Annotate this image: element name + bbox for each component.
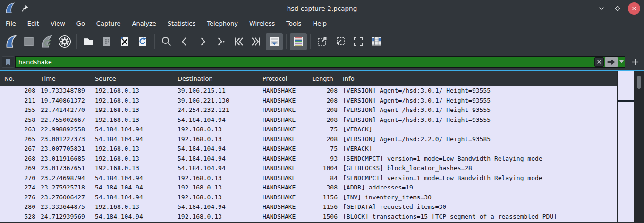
start-capture-button[interactable] [2,33,19,50]
cell-source: 192.168.0.13 [90,115,175,125]
filter-toolbar [0,54,644,70]
cell-no: 268 [0,154,37,164]
close-file-button[interactable] [116,33,133,50]
packet-row[interactable]: 274 23.275925718 54.184.104.94 192.168.0… [0,183,617,193]
column-header-destination[interactable]: Destination [175,71,261,86]
packet-row[interactable]: 211 19.740861372 192.168.0.13 39.106.221… [0,96,617,106]
cell-time: 23.333644875 [37,202,90,212]
packet-row[interactable]: 263 22.998892558 54.184.104.94 192.168.0… [0,125,617,135]
side-pane-strip [617,71,634,223]
packet-row[interactable]: 269 23.017367651 192.168.0.13 54.184.104… [0,163,617,173]
packet-row[interactable]: 265 23.001227373 54.184.104.94 192.168.0… [0,135,617,145]
menu-analyze[interactable]: Analyze [127,18,161,28]
menu-go[interactable]: Go [72,18,90,28]
double-chevron-right-icon [250,35,263,48]
open-file-button[interactable] [80,33,97,50]
menu-edit[interactable]: Edit [23,18,44,28]
menu-capture[interactable]: Capture [92,18,126,28]
cell-destination: 39.106.215.11 [175,86,261,96]
cell-length: 1156 [309,202,339,212]
filter-dropdown-button[interactable] [618,57,625,67]
cell-length: 84 [309,173,339,183]
packet-row[interactable]: 255 22.741442770 192.168.0.13 24.254.232… [0,105,617,115]
normal-size-button[interactable] [350,33,367,50]
go-to-packet-button[interactable] [212,33,229,50]
caret-down-icon [619,60,624,63]
filter-apply-button[interactable] [605,57,618,67]
cell-source: 192.168.0.13 [90,105,175,115]
cell-protocol: HANDSHAKE [261,183,309,193]
filter-add-button[interactable] [629,56,641,68]
cell-protocol: HANDSHAKE [261,115,309,125]
restart-capture-button[interactable] [38,33,55,50]
cell-source: 192.168.0.13 [90,202,175,212]
zoom-in-button[interactable] [314,33,331,50]
cell-time: 23.007705831 [37,144,90,154]
column-header-no[interactable]: No. [0,71,37,86]
capture-options-button[interactable] [56,33,73,50]
filter-clear-button[interactable] [594,57,604,67]
scrollbar-thumb[interactable] [637,76,641,89]
cell-protocol: HANDSHAKE [261,144,309,154]
packet-row[interactable]: 270 23.274698794 54.184.104.94 192.168.0… [0,173,617,183]
packet-row[interactable]: 528 24.712939569 54.184.104.94 192.168.0… [0,212,617,222]
cell-destination: 24.254.232.121 [175,105,261,115]
column-header-length[interactable]: Length [309,71,339,86]
column-header-time[interactable]: Time [37,71,90,86]
packet-row[interactable]: 258 22.755002667 192.168.0.13 54.184.104… [0,115,617,125]
reload-file-button[interactable] [134,33,151,50]
cell-length: 308 [309,183,339,193]
menu-view[interactable]: View [46,18,70,28]
cell-length: 93 [309,154,339,164]
auto-scroll-button[interactable] [266,33,283,50]
pane-splitter[interactable] [618,100,634,102]
menu-wireless[interactable]: Wireless [245,18,280,28]
display-filter-input[interactable] [16,57,594,67]
colorize-button[interactable] [290,33,307,50]
cell-no: 274 [0,183,37,193]
save-document-icon [100,35,113,48]
menu-file[interactable]: File [1,18,21,28]
menu-telephony[interactable]: Telephony [202,18,243,28]
packet-list-header: No. Time Source Destination Protocol Len… [0,71,617,86]
maximize-button[interactable] [612,3,623,14]
first-packet-button[interactable] [230,33,247,50]
cell-time: 22.741442770 [37,105,90,115]
column-header-info[interactable]: Info [339,71,617,86]
cell-protocol: HANDSHAKE [261,154,309,164]
cell-source: 54.184.104.94 [90,135,175,145]
cell-info: [VERSION] Agent=/hsd:3.0.1/ Height=93555 [339,96,617,106]
minimize-icon [597,4,606,13]
close-button[interactable] [628,2,640,15]
packet-row[interactable]: 268 23.011916685 192.168.0.13 54.184.104… [0,154,617,164]
vertical-scrollbar[interactable] [634,71,644,223]
resize-columns-button[interactable] [368,33,385,50]
minimize-button[interactable] [596,3,607,14]
magnifier-icon [160,35,173,48]
next-packet-button[interactable] [194,33,211,50]
save-file-button[interactable] [98,33,115,50]
cell-length: 208 [309,135,339,145]
cell-info: [GETBLOCKS] block_locator_hashes=28 [339,163,617,173]
column-header-source[interactable]: Source [90,71,175,86]
zoom-out-button[interactable] [332,33,349,50]
menu-statistics[interactable]: Statistics [163,18,200,28]
packet-row[interactable]: 280 23.333644875 192.168.0.13 54.184.104… [0,202,617,212]
packet-row[interactable]: 208 19.733348789 192.168.0.13 39.106.215… [0,86,617,96]
cell-length: 208 [309,115,339,125]
menu-help[interactable]: Help [308,18,331,28]
column-header-protocol[interactable]: Protocol [261,71,309,86]
previous-packet-button[interactable] [176,33,193,50]
document-arrow-down-icon [268,35,281,48]
packet-row[interactable]: 276 23.276006427 54.184.104.94 192.168.0… [0,193,617,203]
cell-length: 1156 [309,193,339,203]
find-packet-button[interactable] [158,33,175,50]
menu-tools[interactable]: Tools [281,18,306,28]
main-toolbar [0,29,644,54]
packet-row[interactable]: 267 23.007705831 192.168.0.13 54.184.104… [0,144,617,154]
table-columns-icon [370,35,383,48]
last-packet-button[interactable] [248,33,265,50]
packet-rows: 208 19.733348789 192.168.0.13 39.106.215… [0,86,617,222]
stop-capture-button[interactable] [20,33,37,50]
filter-bookmark-button[interactable] [2,56,14,68]
